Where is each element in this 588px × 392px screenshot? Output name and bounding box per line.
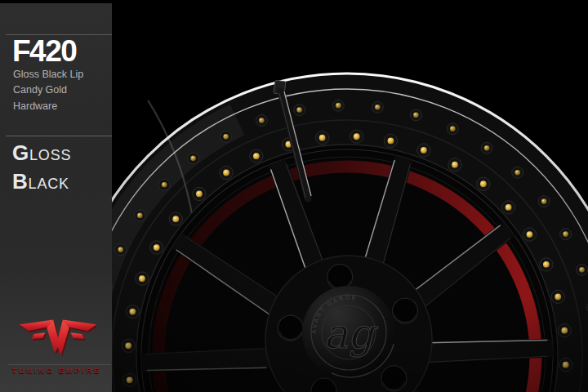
spec-lines: Gloss Black Lip Candy Gold Hardware <box>13 67 112 114</box>
brand-wordmark: TUNING EMPIRE <box>4 366 109 375</box>
finish-word-black: BLACK <box>12 171 71 192</box>
spec-line-2: Candy Gold Hardware <box>13 82 112 114</box>
finish-word-gloss: GLOSS <box>12 142 71 163</box>
spec-line-1: Gloss Black Lip <box>13 67 112 82</box>
divider <box>6 136 112 136</box>
info-panel: F420 Gloss Black Lip Candy Gold Hardware… <box>0 3 112 392</box>
tuning-empire-logo-icon <box>20 317 96 359</box>
finish-label: GLOSS BLACK <box>12 142 71 199</box>
model-name: F420 <box>12 36 76 68</box>
brand-divider <box>8 364 111 365</box>
